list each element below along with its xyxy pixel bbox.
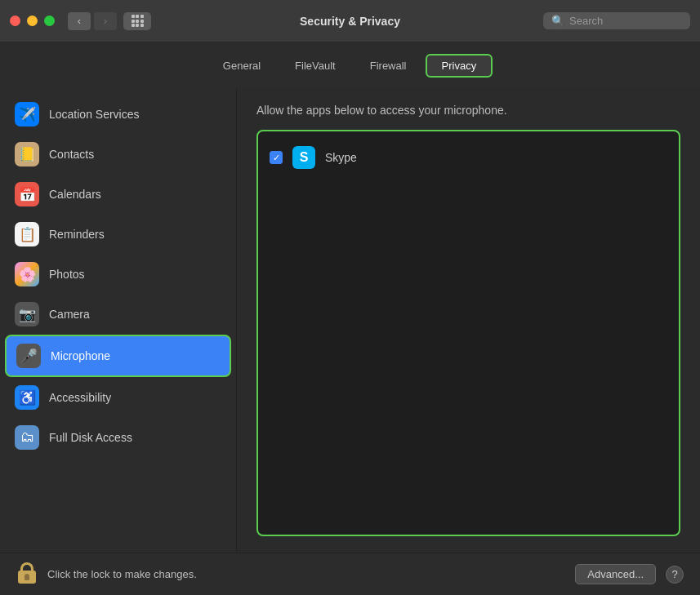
search-icon: 🔍 [551,15,564,27]
skype-app-name: Skype [325,151,357,164]
sidebar-item-microphone[interactable]: 🎤 Microphone [5,335,231,377]
photos-icon: 🌸 [15,262,39,286]
title-bar: ‹ › Security & Privacy 🔍 [0,0,700,42]
search-input[interactable] [569,15,682,27]
contacts-icon: 📒 [15,142,39,167]
reminders-icon: 📋 [15,222,39,246]
tab-firewall[interactable]: Firewall [354,55,422,77]
main-content: ✈️ Location Services 📒 Contacts 📅 Calend… [0,87,700,553]
tab-privacy[interactable]: Privacy [426,54,493,78]
sidebar-item-calendars[interactable]: 📅 Calendars [5,175,231,214]
bottom-right: Advanced... ? [575,564,684,584]
checkmark-icon: ✓ [273,153,280,163]
help-button[interactable]: ? [666,566,684,584]
fullscreen-button[interactable] [44,16,55,26]
window-title: Security & Privacy [300,15,400,28]
app-row-skype[interactable]: ✓ S Skype [258,140,679,175]
skype-icon: S [292,146,315,169]
sidebar-item-label: Full Disk Access [49,431,132,444]
back-button[interactable]: ‹ [68,12,91,30]
sidebar-item-reminders[interactable]: 📋 Reminders [5,215,231,254]
location-services-icon: ✈️ [15,102,39,127]
forward-button[interactable]: › [94,12,117,30]
right-pane: Allow the apps below to access your micr… [237,87,700,553]
sidebar: ✈️ Location Services 📒 Contacts 📅 Calend… [0,87,237,553]
traffic-lights [10,16,55,26]
fulldisk-icon: 🗂 [15,425,39,450]
microphone-icon: 🎤 [16,344,41,368]
lock-shackle [20,562,33,571]
nav-buttons: ‹ › [68,12,117,30]
sidebar-item-label: Microphone [51,349,110,362]
app-list: ✓ S Skype [256,130,680,536]
sidebar-item-contacts[interactable]: 📒 Contacts [5,135,231,174]
close-button[interactable] [10,16,20,26]
sidebar-item-camera[interactable]: 📷 Camera [5,295,231,334]
sidebar-item-photos[interactable]: 🌸 Photos [5,255,231,294]
lock-icon[interactable] [16,562,38,587]
apps-grid-button[interactable] [123,12,151,30]
sidebar-item-accessibility[interactable]: ♿ Accessibility [5,378,231,417]
skype-checkbox[interactable]: ✓ [270,151,283,164]
sidebar-item-label: Reminders [49,228,105,241]
sidebar-item-label: Location Services [49,108,140,121]
search-bar[interactable]: 🔍 [543,12,690,29]
accessibility-icon: ♿ [15,385,39,410]
lock-text: Click the lock to make changes. [47,568,197,580]
advanced-button[interactable]: Advanced... [575,564,656,584]
sidebar-item-fulldisk[interactable]: 🗂 Full Disk Access [5,418,231,457]
pane-description: Allow the apps below to access your micr… [256,104,680,117]
minimize-button[interactable] [27,16,38,26]
lock-section[interactable]: Click the lock to make changes. [16,562,197,587]
sidebar-item-label: Accessibility [49,391,111,404]
grid-icon [132,15,144,27]
sidebar-item-label: Photos [49,268,85,281]
lock-body [18,571,36,584]
tab-general[interactable]: General [207,55,276,77]
bottom-bar: Click the lock to make changes. Advanced… [0,553,700,595]
sidebar-item-label: Camera [49,308,90,321]
tab-filevault[interactable]: FileVault [279,55,351,77]
tab-bar: General FileVault Firewall Privacy [0,42,700,87]
sidebar-item-label: Contacts [49,148,94,161]
sidebar-item-label: Calendars [49,188,101,201]
sidebar-item-location[interactable]: ✈️ Location Services [5,95,231,134]
calendars-icon: 📅 [15,182,39,206]
camera-icon: 📷 [15,302,39,326]
lock-keyhole [25,574,29,580]
